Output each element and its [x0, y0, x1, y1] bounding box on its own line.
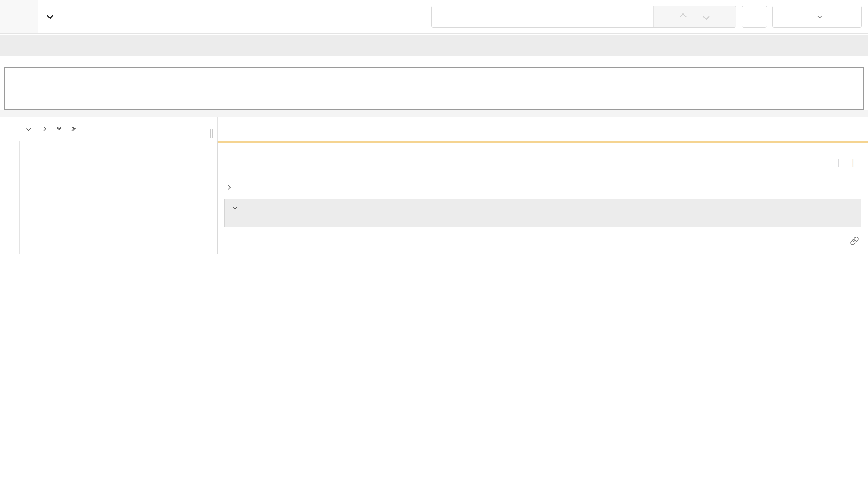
- chevron-down-icon: [232, 205, 237, 209]
- span-rows-section: | |: [0, 141, 868, 498]
- keyboard-shortcuts-button[interactable]: [742, 6, 767, 28]
- collapse-one-icon[interactable]: [27, 127, 30, 130]
- span-color-bar: [67, 141, 70, 254]
- expand-all-icon[interactable]: [73, 127, 75, 130]
- expand-one-icon[interactable]: [42, 127, 46, 130]
- span-detail-row: | |: [0, 141, 868, 254]
- link-icon[interactable]: [850, 236, 859, 245]
- span-meta: | |: [831, 157, 860, 167]
- collapse-all-icon[interactable]: [57, 128, 61, 130]
- column-resize-grip[interactable]: [210, 129, 213, 138]
- trace-timeline-page: | |: [0, 0, 868, 498]
- timeline-column-header: [0, 117, 868, 141]
- logs-note: [225, 215, 861, 227]
- find-group: [431, 6, 736, 28]
- span-id-footer: [224, 227, 861, 249]
- minimap-header-gap: [0, 110, 868, 117]
- view-selector-button[interactable]: [772, 6, 862, 28]
- tree-toolbar: [27, 127, 75, 130]
- tags-row[interactable]: [224, 176, 861, 197]
- timeline-ruler: [218, 117, 868, 141]
- title-group: [48, 0, 65, 33]
- collapse-trace-chevron-icon[interactable]: [47, 12, 53, 19]
- chevron-down-icon: [817, 14, 822, 18]
- span-detail-header: | |: [224, 152, 861, 176]
- trace-info-bar: [0, 35, 868, 56]
- minimap-axis: [0, 57, 868, 67]
- span-detail-panel: | |: [218, 141, 868, 254]
- find-prev-icon[interactable]: [680, 13, 687, 20]
- minimap-canvas[interactable]: [4, 67, 864, 110]
- find-input[interactable]: [432, 6, 653, 27]
- find-next-icon[interactable]: [703, 13, 710, 20]
- chevron-right-icon: [226, 185, 231, 190]
- top-header: [0, 0, 868, 34]
- service-operation-header: [0, 117, 218, 141]
- logs-header[interactable]: [225, 199, 861, 215]
- find-tools: [653, 6, 736, 27]
- logs-accordion: [224, 199, 861, 227]
- timeline-minimap: [0, 56, 868, 110]
- back-button[interactable]: [0, 0, 38, 33]
- span-detail-fill: [70, 141, 217, 254]
- span-detail-indent: [0, 141, 218, 254]
